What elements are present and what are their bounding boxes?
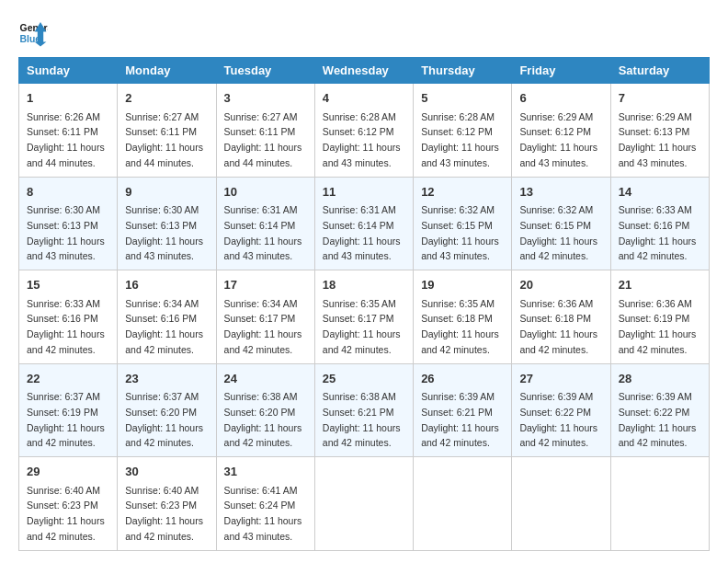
calendar-week-row: 15 Sunrise: 6:33 AMSunset: 6:16 PMDaylig… xyxy=(19,270,710,364)
day-number: 24 xyxy=(224,370,307,388)
day-info: Sunrise: 6:31 AMSunset: 6:14 PMDaylight:… xyxy=(224,204,302,261)
calendar-cell: 1 Sunrise: 6:26 AMSunset: 6:11 PMDayligh… xyxy=(19,84,118,178)
weekday-header: Monday xyxy=(118,58,216,84)
calendar-cell: 2 Sunrise: 6:27 AMSunset: 6:11 PMDayligh… xyxy=(118,84,216,178)
day-number: 29 xyxy=(27,463,109,481)
day-number: 12 xyxy=(421,183,504,201)
calendar-cell: 14 Sunrise: 6:33 AMSunset: 6:16 PMDaylig… xyxy=(610,177,709,270)
calendar-cell: 4 Sunrise: 6:28 AMSunset: 6:12 PMDayligh… xyxy=(314,84,413,178)
day-info: Sunrise: 6:36 AMSunset: 6:19 PMDaylight:… xyxy=(619,298,697,355)
day-number: 13 xyxy=(519,183,602,201)
calendar-cell: 26 Sunrise: 6:39 AMSunset: 6:21 PMDaylig… xyxy=(414,363,512,457)
day-number: 19 xyxy=(421,276,504,294)
calendar-cell: 11 Sunrise: 6:31 AMSunset: 6:14 PMDaylig… xyxy=(314,177,413,270)
day-number: 21 xyxy=(619,276,701,294)
day-info: Sunrise: 6:40 AMSunset: 6:23 PMDaylight:… xyxy=(27,485,105,542)
calendar-cell: 6 Sunrise: 6:29 AMSunset: 6:12 PMDayligh… xyxy=(512,84,610,178)
day-number: 1 xyxy=(27,89,109,108)
day-number: 20 xyxy=(519,276,602,294)
calendar-cell: 20 Sunrise: 6:36 AMSunset: 6:18 PMDaylig… xyxy=(512,270,610,364)
day-number: 9 xyxy=(125,183,208,201)
weekday-header: Friday xyxy=(512,58,610,84)
day-number: 3 xyxy=(224,89,307,108)
day-info: Sunrise: 6:31 AMSunset: 6:14 PMDaylight:… xyxy=(323,204,401,261)
calendar-cell: 16 Sunrise: 6:34 AMSunset: 6:16 PMDaylig… xyxy=(118,270,216,364)
calendar-cell: 18 Sunrise: 6:35 AMSunset: 6:17 PMDaylig… xyxy=(314,270,413,364)
day-number: 25 xyxy=(323,370,405,388)
day-number: 27 xyxy=(519,370,602,388)
day-number: 8 xyxy=(27,183,109,201)
calendar-cell: 10 Sunrise: 6:31 AMSunset: 6:14 PMDaylig… xyxy=(216,177,314,270)
calendar-cell: 19 Sunrise: 6:35 AMSunset: 6:18 PMDaylig… xyxy=(414,270,512,364)
day-info: Sunrise: 6:26 AMSunset: 6:11 PMDaylight:… xyxy=(27,111,105,168)
calendar-cell: 21 Sunrise: 6:36 AMSunset: 6:19 PMDaylig… xyxy=(610,270,709,364)
calendar-cell: 12 Sunrise: 6:32 AMSunset: 6:15 PMDaylig… xyxy=(414,177,512,270)
day-number: 4 xyxy=(323,89,405,108)
calendar-cell: 22 Sunrise: 6:37 AMSunset: 6:19 PMDaylig… xyxy=(19,363,118,457)
day-info: Sunrise: 6:39 AMSunset: 6:22 PMDaylight:… xyxy=(619,391,697,448)
day-number: 17 xyxy=(224,276,307,294)
day-number: 5 xyxy=(421,89,504,108)
calendar-cell xyxy=(512,457,610,551)
day-number: 26 xyxy=(421,370,504,388)
day-info: Sunrise: 6:38 AMSunset: 6:21 PMDaylight:… xyxy=(323,391,401,448)
calendar-week-row: 1 Sunrise: 6:26 AMSunset: 6:11 PMDayligh… xyxy=(19,84,710,178)
calendar-cell: 30 Sunrise: 6:40 AMSunset: 6:23 PMDaylig… xyxy=(118,457,216,551)
day-info: Sunrise: 6:35 AMSunset: 6:17 PMDaylight:… xyxy=(323,298,401,355)
day-number: 22 xyxy=(27,370,109,388)
calendar-cell xyxy=(314,457,413,551)
day-info: Sunrise: 6:39 AMSunset: 6:21 PMDaylight:… xyxy=(421,391,499,448)
day-number: 6 xyxy=(519,89,602,108)
weekday-header: Wednesday xyxy=(314,58,413,84)
day-info: Sunrise: 6:35 AMSunset: 6:18 PMDaylight:… xyxy=(421,298,499,355)
calendar-cell: 7 Sunrise: 6:29 AMSunset: 6:13 PMDayligh… xyxy=(610,84,709,178)
calendar-cell xyxy=(414,457,512,551)
day-number: 28 xyxy=(619,370,701,388)
day-info: Sunrise: 6:36 AMSunset: 6:18 PMDaylight:… xyxy=(519,298,597,355)
day-number: 2 xyxy=(125,89,208,108)
day-info: Sunrise: 6:30 AMSunset: 6:13 PMDaylight:… xyxy=(125,204,203,261)
calendar-week-row: 29 Sunrise: 6:40 AMSunset: 6:23 PMDaylig… xyxy=(19,457,710,551)
day-info: Sunrise: 6:37 AMSunset: 6:19 PMDaylight:… xyxy=(27,391,105,448)
day-info: Sunrise: 6:30 AMSunset: 6:13 PMDaylight:… xyxy=(27,204,105,261)
day-number: 14 xyxy=(619,183,701,201)
day-info: Sunrise: 6:34 AMSunset: 6:16 PMDaylight:… xyxy=(125,298,203,355)
logo-icon: General Blue xyxy=(18,18,48,48)
calendar-table: SundayMondayTuesdayWednesdayThursdayFrid… xyxy=(18,57,710,551)
day-info: Sunrise: 6:33 AMSunset: 6:16 PMDaylight:… xyxy=(619,204,697,261)
weekday-header: Thursday xyxy=(414,58,512,84)
day-info: Sunrise: 6:28 AMSunset: 6:12 PMDaylight:… xyxy=(323,111,401,168)
calendar-cell: 31 Sunrise: 6:41 AMSunset: 6:24 PMDaylig… xyxy=(216,457,314,551)
day-number: 7 xyxy=(619,89,701,108)
day-info: Sunrise: 6:29 AMSunset: 6:13 PMDaylight:… xyxy=(619,111,697,168)
calendar-cell: 25 Sunrise: 6:38 AMSunset: 6:21 PMDaylig… xyxy=(314,363,413,457)
day-number: 23 xyxy=(125,370,208,388)
calendar-body: 1 Sunrise: 6:26 AMSunset: 6:11 PMDayligh… xyxy=(19,84,710,551)
day-info: Sunrise: 6:29 AMSunset: 6:12 PMDaylight:… xyxy=(519,111,597,168)
day-number: 15 xyxy=(27,276,109,294)
calendar-cell: 29 Sunrise: 6:40 AMSunset: 6:23 PMDaylig… xyxy=(19,457,118,551)
calendar-cell: 17 Sunrise: 6:34 AMSunset: 6:17 PMDaylig… xyxy=(216,270,314,364)
day-number: 18 xyxy=(323,276,405,294)
weekday-header: Saturday xyxy=(610,58,709,84)
weekday-header: Tuesday xyxy=(216,58,314,84)
day-info: Sunrise: 6:38 AMSunset: 6:20 PMDaylight:… xyxy=(224,391,302,448)
day-info: Sunrise: 6:37 AMSunset: 6:20 PMDaylight:… xyxy=(125,391,203,448)
day-info: Sunrise: 6:34 AMSunset: 6:17 PMDaylight:… xyxy=(224,298,302,355)
logo: General Blue xyxy=(18,18,48,48)
calendar-cell: 28 Sunrise: 6:39 AMSunset: 6:22 PMDaylig… xyxy=(610,363,709,457)
calendar-cell: 13 Sunrise: 6:32 AMSunset: 6:15 PMDaylig… xyxy=(512,177,610,270)
day-number: 31 xyxy=(224,463,307,481)
day-info: Sunrise: 6:33 AMSunset: 6:16 PMDaylight:… xyxy=(27,298,105,355)
calendar-cell xyxy=(610,457,709,551)
calendar-week-row: 8 Sunrise: 6:30 AMSunset: 6:13 PMDayligh… xyxy=(19,177,710,270)
calendar-cell: 15 Sunrise: 6:33 AMSunset: 6:16 PMDaylig… xyxy=(19,270,118,364)
day-info: Sunrise: 6:28 AMSunset: 6:12 PMDaylight:… xyxy=(421,111,499,168)
weekday-header: Sunday xyxy=(19,58,118,84)
calendar-cell: 23 Sunrise: 6:37 AMSunset: 6:20 PMDaylig… xyxy=(118,363,216,457)
calendar-cell: 5 Sunrise: 6:28 AMSunset: 6:12 PMDayligh… xyxy=(414,84,512,178)
page-header: General Blue xyxy=(18,18,710,48)
day-info: Sunrise: 6:27 AMSunset: 6:11 PMDaylight:… xyxy=(224,111,302,168)
calendar-cell: 27 Sunrise: 6:39 AMSunset: 6:22 PMDaylig… xyxy=(512,363,610,457)
day-info: Sunrise: 6:32 AMSunset: 6:15 PMDaylight:… xyxy=(519,204,597,261)
